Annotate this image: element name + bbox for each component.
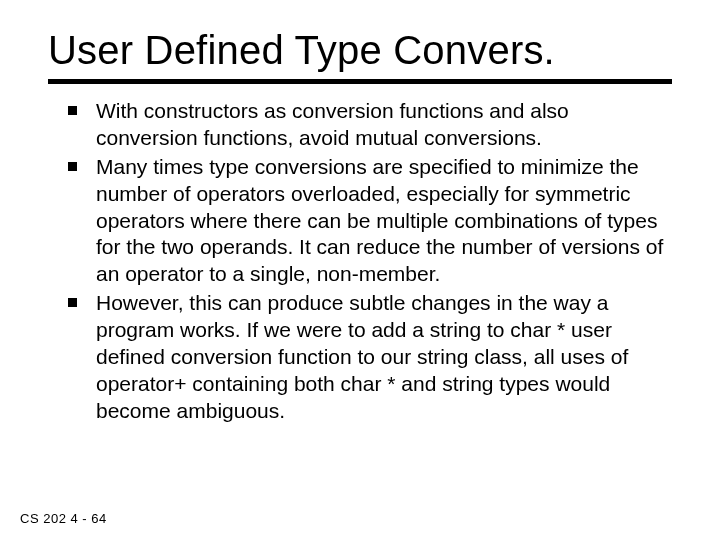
slide-footer: CS 202 4 - 64 [20,511,107,526]
bullet-text: However, this can produce subtle changes… [96,291,628,422]
bullet-text: Many times type conversions are specifie… [96,155,663,286]
list-item: With constructors as conversion function… [68,98,668,152]
bullet-text: With constructors as conversion function… [96,99,569,149]
title-underline [48,79,672,84]
bullet-list: With constructors as conversion function… [48,98,672,425]
slide: User Defined Type Convers. With construc… [0,0,720,540]
slide-title: User Defined Type Convers. [48,28,672,73]
list-item: However, this can produce subtle changes… [68,290,668,424]
list-item: Many times type conversions are specifie… [68,154,668,288]
